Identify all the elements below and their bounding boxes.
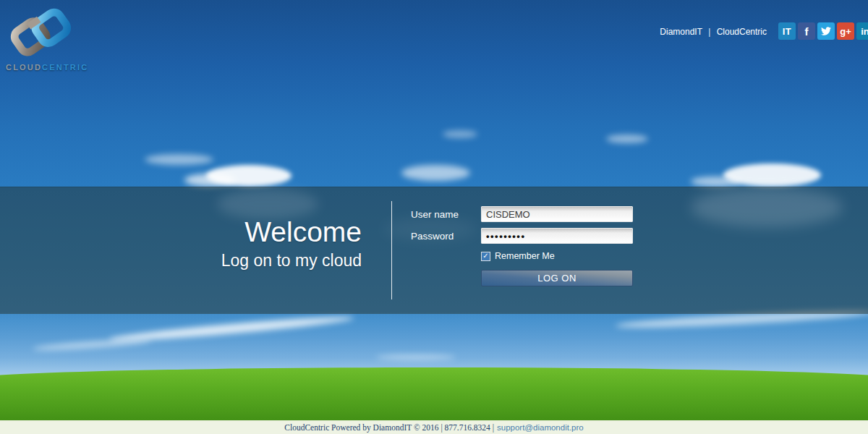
header-links: DiamondIT | CloudCentric: [660, 27, 767, 37]
remember-checkbox[interactable]: ✓: [481, 252, 490, 261]
vertical-divider: [391, 201, 392, 299]
password-label: Password: [411, 231, 481, 242]
logo-word-cloud: CLOUD: [6, 63, 42, 72]
cloud: [691, 187, 843, 227]
social-icon-row: IT f g+ in: [778, 22, 868, 40]
cloud: [606, 135, 648, 143]
cloudcentric-logo[interactable]: CLOUDCENTRIC: [7, 6, 109, 72]
diamondit-link[interactable]: DiamondIT: [660, 27, 702, 37]
cloudcentric-link[interactable]: CloudCentric: [717, 27, 767, 37]
google-plus-icon[interactable]: g+: [837, 22, 854, 40]
cloud: [723, 163, 821, 187]
username-label: User name: [411, 209, 481, 220]
welcome-subtitle: Log on to my cloud: [221, 251, 362, 271]
username-row: User name: [411, 206, 633, 222]
google-plus-icon-label: g+: [840, 26, 851, 37]
grass-field: [0, 367, 868, 425]
logo-wordmark: CLOUDCENTRIC: [6, 63, 109, 72]
support-email-link[interactable]: support@diamondit.pro: [497, 423, 584, 432]
button-row: LOG ON: [481, 270, 633, 286]
welcome-title: Welcome: [221, 218, 362, 247]
welcome-block: Welcome Log on to my cloud: [221, 218, 362, 271]
logo-word-centric: CENTRIC: [42, 63, 88, 72]
chain-links-logo-icon: [7, 6, 80, 60]
logon-page: CLOUDCENTRIC DiamondIT | CloudCentric IT…: [0, 0, 868, 434]
cloud: [145, 154, 213, 165]
checkbox-check-icon: ✓: [482, 252, 488, 260]
facebook-icon[interactable]: f: [798, 22, 815, 40]
cloud: [443, 130, 477, 138]
cloud: [376, 354, 456, 360]
password-input[interactable]: [481, 228, 633, 244]
twitter-bird-icon: [821, 26, 831, 36]
log-on-button[interactable]: LOG ON: [481, 270, 633, 286]
login-form: User name Password ✓ Remember Me LOG ON: [411, 206, 633, 286]
linkedin-icon-label: in: [861, 26, 868, 37]
username-input[interactable]: [481, 206, 633, 222]
password-row: Password: [411, 228, 633, 244]
footer-bar: CloudCentric Powered by DiamondIT © 2016…: [0, 420, 868, 434]
diamondit-it-icon[interactable]: IT: [778, 22, 796, 40]
twitter-icon[interactable]: [817, 22, 835, 40]
linkedin-icon[interactable]: in: [856, 22, 868, 40]
footer-text: CloudCentric Powered by DiamondIT © 2016…: [284, 423, 494, 432]
remember-row: ✓ Remember Me: [481, 251, 633, 261]
it-icon-label: IT: [783, 26, 792, 37]
facebook-icon-label: f: [805, 25, 809, 38]
cloud: [217, 189, 318, 219]
cloud: [206, 165, 292, 187]
link-separator: |: [708, 27, 710, 37]
remember-label: Remember Me: [495, 251, 555, 261]
cloud: [401, 165, 470, 181]
